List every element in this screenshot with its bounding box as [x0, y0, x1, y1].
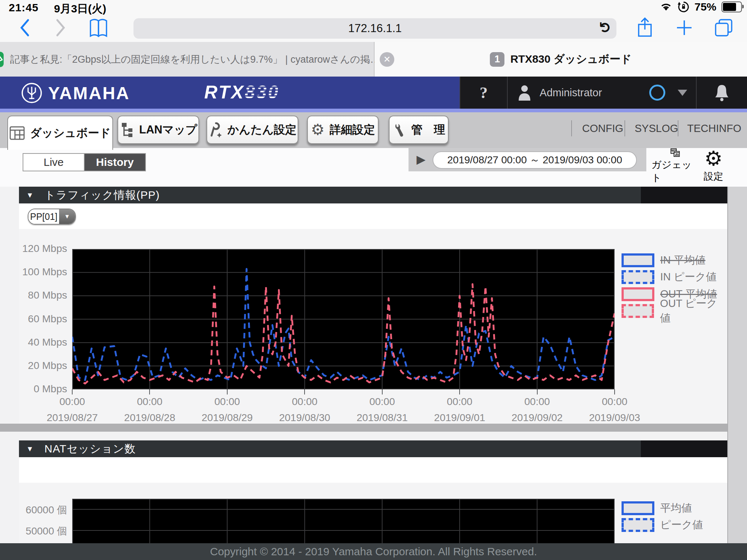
- axis-label: 2019/08/27: [43, 412, 101, 424]
- axis-label: 40 Mbps: [20, 337, 67, 348]
- active-tab[interactable]: ✕ 1 RTX830 ダッシュボード: [375, 42, 747, 77]
- traffic-panel-body: PP[01] ▼ 0 Mbps20 Mbps40 Mbps60 Mbps80 M…: [19, 203, 727, 424]
- tab-label: 管 理: [411, 122, 445, 137]
- link-config[interactable]: CONFIG: [582, 122, 623, 135]
- axis-label: 0 Mbps: [20, 383, 67, 395]
- link-syslog[interactable]: SYSLOG: [635, 122, 678, 135]
- date-range-input[interactable]: 2019/08/27 00:00 ～ 2019/09/03 00:00: [433, 151, 637, 169]
- bookmarks-icon[interactable]: [88, 17, 109, 39]
- new-tab-icon[interactable]: [673, 17, 695, 39]
- active-tab-title: RTX830 ダッシュボード: [510, 52, 632, 67]
- axis-label: 00:00: [353, 396, 411, 408]
- tab-strip: 記事と私見:「2Gbps以上の固定回線を利用したい人は9.7%」 | cyata…: [0, 42, 747, 77]
- brand-name: YAMAHA: [48, 83, 130, 103]
- notifications-button[interactable]: [696, 77, 747, 109]
- wand-icon: [209, 122, 222, 138]
- link-divider: [678, 120, 678, 136]
- legend-swatch: [622, 304, 654, 318]
- gadget-label: ガジェット: [651, 158, 699, 184]
- ipad-screen: 21:45 9月3日(火) 75%: [0, 0, 747, 560]
- x-tick: [382, 389, 383, 394]
- section-divider: [0, 424, 747, 432]
- background-tab-title: 記事と私見:「2Gbps以上の固定回線を利用したい人は9.7%」 | cyata…: [10, 53, 380, 66]
- user-menu[interactable]: Administrator: [507, 77, 696, 109]
- collapse-icon[interactable]: ▼: [26, 191, 34, 199]
- bell-icon: [714, 83, 729, 102]
- background-tab[interactable]: 記事と私見:「2Gbps以上の固定回線を利用したい人は9.7%」 | cyata…: [0, 42, 375, 77]
- forward-button[interactable]: [50, 17, 71, 39]
- status-date: 9月3日(火): [54, 1, 106, 16]
- back-button[interactable]: [14, 17, 36, 39]
- traffic-panel: ▼ トラフィック情報(PP) PP[01] ▼ 0 Mbps20 Mbps40 …: [19, 187, 727, 424]
- history-toggle-button[interactable]: History: [85, 153, 146, 171]
- x-tick: [304, 389, 305, 394]
- legend-average[interactable]: 平均値: [622, 501, 692, 516]
- axis-label: 2019/09/02: [508, 412, 566, 424]
- scrollbar-gutter[interactable]: [727, 187, 747, 543]
- share-icon[interactable]: [634, 17, 656, 39]
- legend-out-peak[interactable]: OUT ピーク値: [622, 304, 727, 318]
- link-techinfo[interactable]: TECHINFO: [687, 122, 741, 135]
- help-icon: ?: [480, 83, 488, 102]
- tab-lan-map[interactable]: LANマップ: [117, 116, 199, 144]
- tab-overview-icon[interactable]: [713, 17, 735, 39]
- help-button[interactable]: ?: [460, 77, 507, 109]
- settings-label: 設定: [704, 170, 723, 183]
- axis-label: 60 Mbps: [20, 313, 67, 325]
- tab-dashboard[interactable]: ダッシュボード: [7, 116, 113, 150]
- model-logo: RTX830: [204, 82, 280, 103]
- pp-select-caret-icon[interactable]: ▼: [59, 209, 75, 224]
- clock: 21:45: [9, 1, 39, 14]
- play-icon[interactable]: ▶: [417, 152, 426, 166]
- tab-label: ダッシュボード: [30, 125, 111, 141]
- header-end-segment: [641, 440, 727, 457]
- pp-select-value: PP[01]: [28, 209, 59, 224]
- traffic-chart: [72, 249, 615, 389]
- page-footer: Copyright © 2014 - 2019 Yamaha Corporati…: [0, 543, 747, 560]
- nav-strip: ダッシュボード LANマップ かんたん設定 ⚙ 詳細設定: [0, 112, 747, 148]
- close-tab-icon[interactable]: ✕: [380, 52, 394, 67]
- gear-icon: ⚙: [311, 119, 325, 140]
- x-tick: [614, 389, 615, 394]
- address-bar[interactable]: 172.16.1.1 ↻: [133, 18, 616, 39]
- legend-swatch: [622, 501, 654, 515]
- date-range-bar: ▶ 2019/08/27 00:00 ～ 2019/09/03 00:00: [409, 148, 646, 171]
- x-tick: [459, 389, 460, 394]
- tab-label: LANマップ: [139, 122, 197, 137]
- axis-label: 80 Mbps: [20, 289, 67, 301]
- tab-easy-setup[interactable]: かんたん設定: [206, 116, 298, 144]
- status-ring-icon: [649, 85, 665, 101]
- axis-label: 00:00: [198, 396, 256, 408]
- tuning-fork-icon: [20, 82, 43, 104]
- safari-chrome: 21:45 9月3日(火) 75%: [0, 0, 747, 42]
- pp-interface-select[interactable]: PP[01] ▼: [28, 209, 76, 225]
- live-toggle-button[interactable]: Live: [23, 153, 85, 171]
- axis-label: 00:00: [508, 396, 566, 408]
- collapse-icon[interactable]: ▼: [26, 445, 34, 453]
- legend-in-average[interactable]: IN 平均値: [622, 253, 705, 268]
- legend-in-peak[interactable]: IN ピーク値: [622, 270, 716, 284]
- orientation-lock-icon: [678, 1, 689, 13]
- axis-label: 00:00: [585, 396, 644, 408]
- nat-panel-header[interactable]: ▼ NATセッション数: [19, 440, 727, 457]
- axis-label: 50000 個: [20, 524, 67, 538]
- tab-management[interactable]: 管 理: [389, 116, 449, 144]
- yamaha-logo: YAMAHA: [20, 82, 130, 104]
- series-IN ピーク値: [72, 269, 615, 380]
- tab-advanced-settings[interactable]: ⚙ 詳細設定: [307, 116, 379, 144]
- control-row: Live History ▶ 2019/08/27 00:00 ～ 2019/0…: [0, 148, 747, 187]
- axis-label: 00:00: [430, 396, 489, 408]
- legend-peak[interactable]: ピーク値: [622, 518, 703, 532]
- traffic-panel-header[interactable]: ▼ トラフィック情報(PP): [19, 187, 727, 203]
- axis-label: 2019/08/31: [353, 412, 411, 424]
- url-text: 172.16.1.1: [348, 22, 402, 35]
- settings-button[interactable]: ⚙ 設定: [695, 148, 732, 184]
- gadget-button[interactable]: ガジェット: [651, 148, 699, 184]
- link-divider: [624, 120, 625, 136]
- legend-swatch: [622, 270, 654, 284]
- legend-swatch: [622, 518, 654, 532]
- series-OUT ピーク値: [72, 284, 615, 384]
- user-icon: [516, 84, 533, 101]
- reload-icon[interactable]: ↻: [597, 21, 614, 34]
- axis-label: 20 Mbps: [20, 360, 67, 372]
